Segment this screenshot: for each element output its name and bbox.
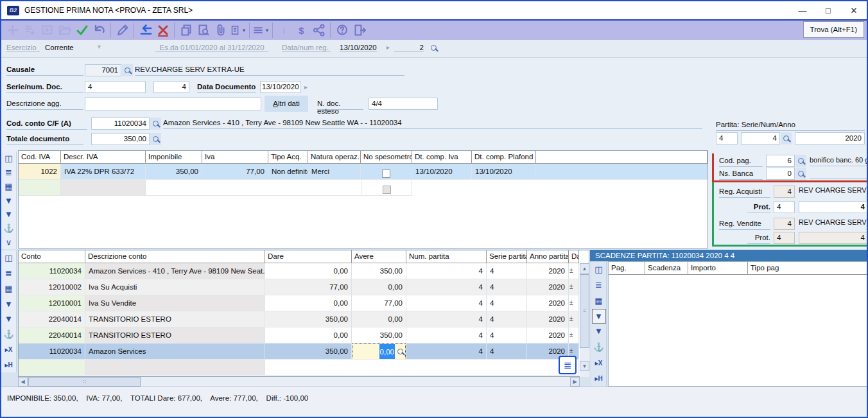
- data-documento-field[interactable]: 13/10/2020: [260, 81, 301, 93]
- iva-column-header[interactable]: Dt. comp. Iva: [412, 151, 472, 164]
- movimenti-empty-row[interactable]: [19, 360, 589, 376]
- new-window-icon[interactable]: [39, 22, 56, 39]
- scroll-right-icon[interactable]: ▶: [570, 377, 580, 387]
- cod-conto-field[interactable]: 11020034: [91, 118, 150, 130]
- cod-pag-search-icon[interactable]: [795, 155, 806, 167]
- edit-icon[interactable]: [114, 22, 131, 39]
- export-x-icon[interactable]: ▸X: [2, 342, 16, 358]
- iva-column-header[interactable]: [536, 151, 707, 164]
- currency-icon[interactable]: $: [293, 22, 310, 39]
- revert-icon[interactable]: [137, 22, 154, 39]
- menu-icon[interactable]: ▼: [252, 22, 270, 39]
- movimenti-column-header[interactable]: Descrizione conto: [85, 250, 265, 263]
- table-view-icon[interactable]: ▦: [592, 293, 606, 309]
- partita-num-field[interactable]: 4: [741, 132, 780, 144]
- iva-empty-row[interactable]: [19, 180, 707, 196]
- vscroll-thumb[interactable]: ≡: [580, 274, 589, 348]
- scroll-down-icon[interactable]: ▼: [580, 361, 589, 371]
- movimenti-row[interactable]: 12010001 Iva Su Vendite 0,00 77,00 4 4 2…: [19, 295, 589, 311]
- movimenti-row[interactable]: 22040014 TRANSITORIO ESTERO 0,00 350,00 …: [19, 327, 589, 344]
- copy-icon[interactable]: [177, 22, 195, 39]
- iva-column-header[interactable]: Tipo Acq.: [268, 151, 308, 164]
- totale-documento-field[interactable]: 350,00: [91, 133, 150, 145]
- maximize-button[interactable]: □: [815, 1, 841, 19]
- iva-column-header[interactable]: Iva: [202, 151, 268, 164]
- delete-icon[interactable]: [154, 22, 171, 39]
- report-icon[interactable]: ▼: [229, 22, 247, 39]
- scroll-left-icon[interactable]: ◀: [18, 377, 28, 387]
- causale-code-field[interactable]: 7001: [85, 64, 121, 76]
- descrizione-agg-field[interactable]: [85, 97, 261, 110]
- undo-icon[interactable]: [91, 22, 108, 39]
- movimenti-hscrollbar[interactable]: ◀ ∷ ▶: [18, 377, 580, 387]
- table-view-icon[interactable]: ▦: [2, 281, 16, 297]
- no-spesometro-checkbox[interactable]: [361, 164, 412, 180]
- movimenti-column-header[interactable]: Serie partita: [487, 250, 527, 263]
- movimenti-column-header[interactable]: Dare: [265, 250, 352, 263]
- ns-banca-search-icon[interactable]: [795, 168, 806, 180]
- cod-pag-field[interactable]: 6: [766, 155, 795, 167]
- scadenze-column-header[interactable]: Tipo pag: [748, 262, 867, 275]
- minimize-button[interactable]: —: [790, 1, 815, 19]
- anchor-icon[interactable]: ⚓: [2, 222, 16, 236]
- table-view-icon[interactable]: ▦: [2, 179, 16, 193]
- new-from-list-icon[interactable]: [21, 22, 39, 39]
- find-button[interactable]: Trova (Alt+F1): [803, 21, 864, 38]
- filter-icon[interactable]: ▼: [2, 296, 16, 311]
- totale-search-icon[interactable]: [150, 133, 161, 145]
- prot-acquisti-num-field[interactable]: 4: [799, 201, 868, 213]
- filter-remove-icon[interactable]: ▼: [2, 311, 16, 327]
- partita-search-icon[interactable]: [781, 132, 792, 144]
- share-icon[interactable]: [310, 22, 327, 39]
- movimenti-column-header[interactable]: Avere: [352, 250, 406, 263]
- esercizio-dropdown-icon[interactable]: ▼: [96, 44, 102, 50]
- iva-column-header[interactable]: No spesometro: [361, 151, 412, 164]
- scadenze-column-header[interactable]: Importo: [688, 262, 748, 275]
- no-spesometro-checkbox[interactable]: [361, 180, 412, 196]
- export-h-icon[interactable]: ▸H: [592, 370, 606, 387]
- iva-column-header[interactable]: Cod. IVA: [19, 151, 61, 164]
- confirm-icon[interactable]: [73, 22, 91, 39]
- ns-banca-field[interactable]: 0: [766, 168, 795, 180]
- avere-edit-cell[interactable]: 0,00: [352, 344, 406, 360]
- data-documento-next-icon[interactable]: ▸: [304, 83, 308, 91]
- open-folder-icon[interactable]: [56, 22, 73, 39]
- altri-dati-button[interactable]: Altri dati: [265, 96, 308, 112]
- attachments-icon[interactable]: [212, 22, 229, 39]
- serie-doc-field[interactable]: 4: [85, 81, 146, 93]
- anchor-icon[interactable]: ⚓: [592, 339, 606, 355]
- movimenti-row[interactable]: 12010002 Iva Su Acquisti 77,00 0,00 4 4 …: [19, 279, 589, 295]
- grid-menu-button[interactable]: ≣: [559, 356, 577, 374]
- edit-value[interactable]: 0,00: [379, 344, 395, 360]
- movimenti-column-header[interactable]: Num. partita: [406, 250, 487, 263]
- iva-column-header[interactable]: Dt. comp. Plafond: [472, 151, 536, 164]
- iva-column-header[interactable]: Imponibile: [146, 151, 202, 164]
- iva-row[interactable]: 1022 IVA 22% DPR 633/72 350,00 77,00 Non…: [19, 164, 707, 180]
- iva-column-header[interactable]: Descr. IVA: [61, 151, 146, 164]
- list-view-icon[interactable]: ≣: [592, 277, 606, 293]
- form-view-icon[interactable]: ◫: [2, 250, 16, 266]
- export-h-icon[interactable]: ▸H: [2, 357, 16, 372]
- partita-anno-field[interactable]: 2020: [795, 132, 865, 144]
- cod-conto-search-icon[interactable]: [150, 118, 161, 130]
- filter-remove-icon[interactable]: ▼: [592, 324, 606, 340]
- hscroll-thumb[interactable]: ∷: [28, 377, 141, 387]
- scroll-up-icon[interactable]: ▲: [580, 263, 589, 274]
- numero-doc-field[interactable]: 4: [153, 81, 189, 93]
- movimenti-vscrollbar[interactable]: ▲ ≡ ▼: [580, 263, 589, 377]
- new-icon[interactable]: [4, 22, 21, 39]
- list-view-icon[interactable]: ≣: [2, 166, 16, 180]
- movimenti-row[interactable]: 11020034 Amazon Services 350,00 0,00 4 4…: [19, 344, 589, 360]
- filter-icon[interactable]: ▼: [2, 193, 16, 207]
- list-view-icon[interactable]: ≣: [2, 266, 16, 281]
- reg-date-next-icon[interactable]: ▸: [386, 44, 390, 51]
- info-icon[interactable]: i: [275, 22, 293, 39]
- prot-acquisti-serie-field[interactable]: 4: [774, 201, 795, 213]
- filter-remove-icon[interactable]: ▼: [2, 207, 16, 222]
- anchor-icon[interactable]: ⚓: [2, 327, 16, 342]
- close-button[interactable]: ✕: [841, 1, 867, 19]
- movimenti-row[interactable]: 22040014 TRANSITORIO ESTERO 350,00 0,00 …: [19, 311, 589, 327]
- help-icon[interactable]: [333, 22, 351, 39]
- preview-icon[interactable]: [195, 22, 212, 39]
- movimenti-column-header[interactable]: Anno partita: [527, 250, 569, 263]
